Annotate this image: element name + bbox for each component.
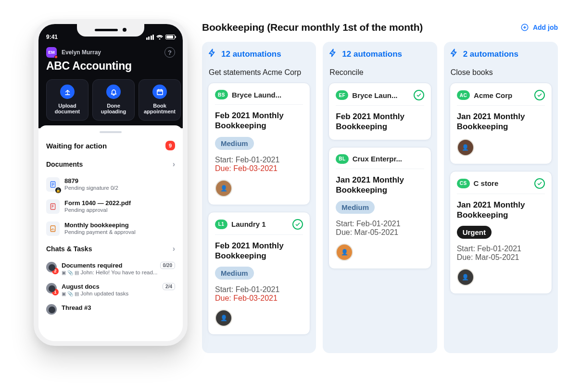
job-card[interactable]: BL Crux Enterpr... Jan 2021 Monthly Book… [328, 147, 431, 270]
phone-notch [77, 23, 144, 37]
column-header[interactable]: 2 automations [450, 49, 552, 60]
chat-item[interactable]: 2 Documents required 0/20 ▣ 📎 ▤John: Hel… [38, 258, 183, 279]
documents-header[interactable]: Documents › [38, 155, 183, 173]
check-icon [534, 178, 545, 189]
chat-icon: 2 [46, 262, 57, 272]
document-status: Pending approval [64, 207, 175, 213]
board-title: Bookkeeping (Recur monthly 1st of the mo… [202, 22, 423, 33]
wifi-icon [156, 35, 163, 40]
sheet-grip[interactable] [100, 131, 122, 133]
document-icon [46, 221, 60, 236]
client-name: C store [474, 179, 499, 187]
document-name: Form 1040 — 2022.pdf [64, 199, 175, 207]
client-chip: L1 Laundry 1 [215, 220, 266, 229]
check-icon [534, 90, 545, 100]
priority-pill: Medium [215, 267, 254, 280]
job-card[interactable]: CS C store Jan 2021 Monthly BookkeepingU… [450, 171, 552, 294]
chats-header[interactable]: Chats & Tasks › [38, 240, 183, 258]
task-count: 2/4 [163, 283, 175, 290]
job-card[interactable]: AC Acme Corp Jan 2021 Monthly Bookkeepin… [450, 83, 552, 164]
assignee-avatar[interactable]: 👤 [336, 244, 353, 261]
assignee-avatar[interactable]: 👤 [457, 269, 474, 286]
phone-mockup: 9:41 EM Evelyn Murray ? ABC Accounting U… [34, 19, 188, 346]
client-badge: AC [457, 90, 470, 100]
bell-icon [106, 85, 121, 99]
board-column: 12 automations Get statements Acme Corp … [202, 42, 316, 353]
chevron-right-icon: › [173, 245, 175, 253]
chat-item[interactable]: 1 August docs 2/4 ▣ 📎 ▤John updated task… [38, 279, 183, 300]
quick-label: Done uploading [96, 103, 131, 114]
column-header[interactable]: 12 automations [208, 49, 310, 60]
calendar-icon [152, 85, 167, 99]
start-date: Start: Feb-01-2021 [215, 156, 303, 164]
status-time: 9:41 [46, 34, 58, 40]
waiting-label: Waiting for action [46, 142, 107, 150]
card-dates: Start: Feb-01-2021 Due: Mar-05-2021 [336, 220, 424, 237]
automations-label: 12 automations [342, 49, 402, 59]
bolt-icon [450, 49, 458, 60]
due-date: Due: Feb-03-2021 [215, 164, 303, 173]
card-dates: Start: Feb-01-2021 Due: Feb-03-2021 [215, 156, 303, 173]
client-name: Acme Corp [474, 91, 512, 99]
client-name: Bryce Laun... [352, 91, 397, 99]
start-date: Start: Feb-01-2021 [336, 220, 424, 228]
job-card[interactable]: BS Bryce Laund... Feb 2021 Monthly Bookk… [208, 83, 310, 205]
document-item[interactable]: Monthly bookkeeping Pending payment & ap… [38, 218, 183, 240]
due-date: Due: Mar-05-2021 [457, 253, 545, 262]
task-count: 0/20 [160, 262, 175, 269]
help-icon[interactable]: ? [164, 47, 175, 58]
column-label: Get statements Acme Corp [209, 68, 309, 77]
chats-list: 2 Documents required 0/20 ▣ 📎 ▤John: Hel… [38, 258, 183, 318]
chat-icon [46, 304, 57, 315]
quick-action[interactable]: Done uploading [92, 79, 135, 121]
assignee-avatar[interactable]: 👤 [215, 309, 232, 327]
client-badge: L1 [215, 220, 227, 229]
quick-actions: Upload document Done uploading Book appo… [46, 79, 175, 121]
add-job-button[interactable]: Add job [520, 23, 558, 32]
battery-icon [165, 35, 175, 39]
notification-dot [54, 55, 58, 59]
quick-action[interactable]: Book appointment [139, 79, 181, 121]
client-badge: BL [336, 154, 348, 164]
assignee-avatar[interactable]: 👤 [215, 180, 232, 197]
kanban-board: Bookkeeping (Recur monthly 1st of the mo… [202, 22, 558, 353]
board-column: 2 automations Close books AC Acme Corp J… [444, 42, 558, 353]
quick-label: Upload document [50, 103, 85, 114]
quick-action[interactable]: Upload document [46, 79, 88, 121]
client-chip: CS C store [457, 179, 499, 188]
chat-item[interactable]: Thread #3 [38, 300, 183, 318]
chat-title: Thread #3 [62, 304, 91, 311]
job-card[interactable]: L1 Laundry 1 Feb 2021 Monthly Bookkeepin… [208, 212, 310, 335]
user-avatar[interactable]: EM [46, 47, 57, 58]
user-name: Evelyn Murray [62, 49, 101, 56]
document-status: Pending signature 0/2 [64, 185, 175, 191]
start-date: Start: Feb-01-2021 [215, 285, 303, 294]
chat-preview: ▣ 📎 ▤John: Hello! You have to read... [62, 270, 175, 275]
waiting-count-badge: 9 [165, 141, 175, 150]
client-badge: BS [215, 90, 228, 99]
start-date: Start: Feb-01-2021 [457, 245, 545, 253]
client-chip: AC Acme Corp [457, 90, 512, 100]
add-icon [520, 23, 529, 32]
document-item[interactable]: Form 1040 — 2022.pdf Pending approval [38, 196, 183, 218]
bolt-icon [208, 49, 216, 60]
job-card[interactable]: EF Bryce Laun... Feb 2021 Monthly Bookke… [328, 83, 431, 140]
app-title: ABC Accounting [46, 60, 175, 73]
column-header[interactable]: 12 automations [328, 49, 431, 60]
due-date: Due: Feb-03-2021 [215, 294, 303, 303]
document-name: 8879 [64, 177, 175, 184]
phone-header: 9:41 EM Evelyn Murray ? ABC Accounting U… [38, 24, 183, 128]
check-icon [414, 90, 424, 100]
document-icon [46, 199, 60, 214]
chat-icon: 1 [46, 283, 57, 294]
card-title: Feb 2021 Monthly Bookkeeping [336, 111, 424, 132]
board-column: 12 automations Reconcile EF Bryce Laun..… [323, 42, 437, 353]
svg-rect-1 [157, 90, 162, 95]
assignee-avatar[interactable]: 👤 [457, 139, 474, 156]
upload-icon [60, 85, 75, 99]
chat-title: August docs [62, 283, 100, 290]
documents-list: 🔒 8879 Pending signature 0/2 Form 1040 —… [38, 173, 183, 240]
priority-pill: Medium [215, 137, 254, 150]
document-item[interactable]: 🔒 8879 Pending signature 0/2 [38, 173, 183, 196]
client-badge: EF [336, 90, 348, 100]
